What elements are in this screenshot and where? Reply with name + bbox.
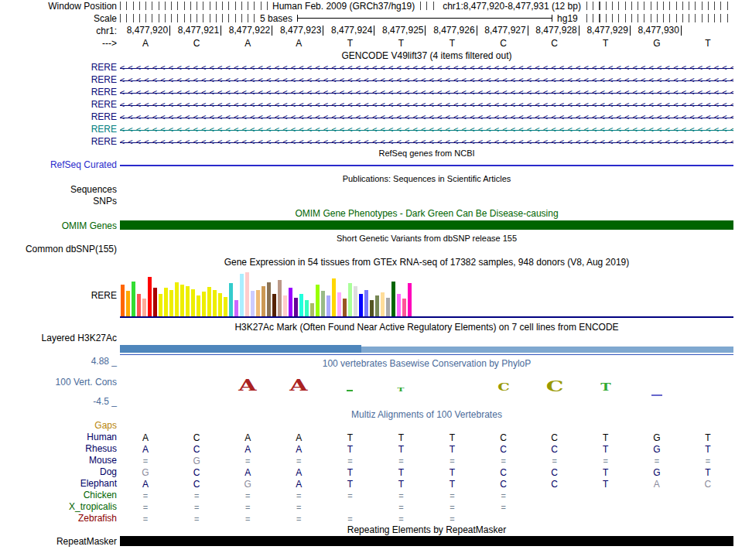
gene-model-row[interactable]: <<<<<<<<<<<<<<<<<<<<<<<<<<<<<<<<<<<<<<<<…	[120, 125, 733, 136]
gtex-expression-bar[interactable]	[126, 291, 130, 317]
gtex-expression-bar[interactable]	[326, 295, 330, 317]
gtex-expression-bar[interactable]	[337, 292, 341, 317]
omim-genes-label[interactable]: OMIM Genes	[0, 221, 117, 231]
gene-model-row[interactable]: <<<<<<<<<<<<<<<<<<<<<<<<<<<<<<<<<<<<<<<<…	[120, 63, 733, 74]
gtex-expression-bar[interactable]	[310, 303, 314, 317]
gtex-expression-bar[interactable]	[402, 299, 406, 317]
assembly-short-label: hg19	[557, 13, 578, 24]
gtex-expression-bar[interactable]	[294, 298, 298, 317]
gtex-expression-bar[interactable]	[180, 285, 184, 317]
gtex-expression-bar[interactable]	[229, 283, 233, 317]
gtex-expression-bar[interactable]	[197, 295, 200, 317]
gtex-expression-bar[interactable]	[348, 283, 352, 317]
gtex-expression-bar[interactable]	[391, 282, 395, 317]
gtex-expression-bar[interactable]	[245, 272, 249, 317]
gtex-expression-bar[interactable]	[164, 288, 168, 317]
gtex-gene-label[interactable]: RERE	[0, 291, 117, 301]
gtex-expression-bar[interactable]	[397, 294, 401, 317]
assembly-title: Human Feb. 2009 (GRCh37/hg19)	[269, 2, 418, 12]
repeatmasker-band[interactable]	[120, 536, 733, 546]
gtex-expression-bar[interactable]	[169, 290, 173, 317]
gtex-expression-bar[interactable]	[321, 291, 325, 317]
common-dbsnp-label[interactable]: Common dbSNP(155)	[0, 244, 117, 254]
gene-label[interactable]: RERE	[0, 87, 117, 97]
h3k27ac-signal-peak[interactable]	[120, 345, 361, 353]
gtex-expression-bar[interactable]	[370, 300, 374, 317]
gtex-expression-bar[interactable]	[375, 295, 379, 317]
sequences-track-label[interactable]: Sequences	[0, 185, 117, 195]
gtex-expression-bar[interactable]	[202, 292, 206, 317]
gtex-expression-bar[interactable]	[289, 288, 292, 317]
phylop-track-label[interactable]: 100 Vert. Cons	[0, 377, 117, 388]
gtex-expression-bar[interactable]	[386, 298, 390, 317]
gtex-expression-bar[interactable]	[234, 300, 238, 317]
gene-label[interactable]: RERE	[0, 63, 117, 73]
gtex-expression-bar[interactable]	[283, 295, 287, 317]
gene-label[interactable]: RERE	[0, 100, 117, 110]
gtex-expression-bar[interactable]	[251, 291, 255, 317]
gtex-expression-bar[interactable]	[272, 294, 276, 317]
phylop-plot[interactable]: AATCCT	[120, 357, 733, 402]
gtex-expression-bar[interactable]	[142, 299, 146, 317]
gtex-expression-bar[interactable]	[262, 286, 265, 317]
scale-label: Scale	[0, 14, 117, 24]
gtex-expression-bar[interactable]	[267, 282, 271, 317]
gtex-bars[interactable]	[121, 270, 412, 317]
gtex-expression-bar[interactable]	[408, 283, 412, 317]
strand-arrow: --->	[0, 39, 117, 49]
alignment-base: C	[478, 467, 529, 478]
gene-label[interactable]: RERE	[0, 125, 117, 135]
gtex-expression-bar[interactable]	[137, 294, 141, 317]
omim-gene-band[interactable]	[120, 220, 733, 230]
gtex-expression-bar[interactable]	[148, 277, 152, 317]
gtex-expression-bar[interactable]	[132, 282, 135, 317]
gtex-expression-bar[interactable]	[153, 288, 157, 317]
gtex-expression-bar[interactable]	[218, 293, 222, 317]
gtex-expression-bar[interactable]	[159, 294, 162, 317]
gtex-expression-bar[interactable]	[224, 297, 227, 317]
gtex-expression-bar[interactable]	[316, 285, 320, 317]
gtex-expression-bar[interactable]	[191, 289, 195, 317]
gtex-expression-bar[interactable]	[359, 294, 363, 317]
layered-h3k27ac-label[interactable]: Layered H3K27Ac	[0, 333, 117, 343]
gtex-expression-bar[interactable]	[381, 292, 385, 317]
alignment-base: =	[478, 502, 529, 513]
gene-label[interactable]: RERE	[0, 112, 117, 122]
gene-model-row[interactable]: <<<<<<<<<<<<<<<<<<<<<<<<<<<<<<<<<<<<<<<<…	[120, 137, 733, 149]
snps-track-label[interactable]: SNPs	[0, 196, 117, 207]
gtex-expression-bar[interactable]	[278, 280, 282, 317]
gtex-expression-bar[interactable]	[207, 287, 211, 317]
alignment-base: =	[529, 456, 580, 466]
gtex-expression-bar[interactable]	[343, 299, 347, 317]
gtex-expression-bar[interactable]	[240, 274, 244, 317]
gtex-expression-bar[interactable]	[354, 286, 357, 317]
gene-model-row[interactable]: <<<<<<<<<<<<<<<<<<<<<<<<<<<<<<<<<<<<<<<<…	[120, 100, 733, 111]
alignment-base: T	[427, 432, 478, 443]
alignment-base: =	[375, 456, 426, 466]
gene-model-row[interactable]: <<<<<<<<<<<<<<<<<<<<<<<<<<<<<<<<<<<<<<<<…	[120, 112, 733, 124]
gene-model-row[interactable]: <<<<<<<<<<<<<<<<<<<<<<<<<<<<<<<<<<<<<<<<…	[120, 87, 733, 99]
alignment-base: G	[222, 479, 273, 490]
refseq-curated-line[interactable]	[120, 165, 733, 166]
gtex-expression-bar[interactable]	[305, 300, 309, 317]
alignment-base: T	[427, 444, 478, 455]
phylop-min-label: -4.5 _	[0, 397, 117, 407]
coordinate-label: 8,477,930	[631, 26, 682, 36]
gtex-expression-bar[interactable]	[121, 285, 125, 317]
gtex-expression-bar[interactable]	[364, 290, 368, 317]
gtex-expression-bar[interactable]	[332, 278, 336, 317]
gtex-expression-bar[interactable]	[175, 282, 179, 317]
alignment-base: T	[580, 432, 631, 443]
gene-label[interactable]: RERE	[0, 75, 117, 85]
gtex-expression-bar[interactable]	[299, 294, 303, 317]
gene-model-row[interactable]: <<<<<<<<<<<<<<<<<<<<<<<<<<<<<<<<<<<<<<<<…	[120, 75, 733, 87]
repeatmasker-label[interactable]: RepeatMasker	[0, 537, 117, 547]
gtex-expression-bar[interactable]	[256, 290, 260, 317]
gene-label[interactable]: RERE	[0, 137, 117, 147]
alignment-species-label: Human	[0, 432, 117, 442]
refseq-curated-label[interactable]: RefSeq Curated	[0, 160, 117, 170]
reference-base: C	[478, 38, 529, 49]
gtex-expression-bar[interactable]	[186, 286, 190, 317]
gtex-expression-bar[interactable]	[213, 290, 217, 317]
alignment-base: G	[631, 432, 682, 443]
